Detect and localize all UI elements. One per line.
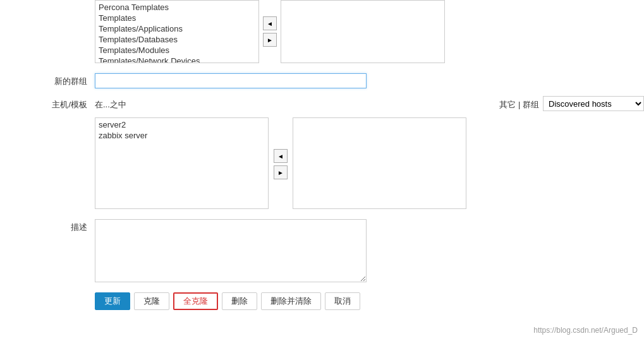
template-item-percona[interactable]: Percona Templates — [97, 2, 257, 13]
delete-and-clear-button[interactable]: 删除并清除 — [261, 292, 321, 310]
delete-button[interactable]: 删除 — [222, 292, 257, 310]
full-clone-button[interactable]: 全克隆 — [173, 292, 218, 310]
left-list-item-server2[interactable]: server2 — [97, 119, 267, 130]
new-group-label: 新的群组 — [0, 73, 95, 87]
buttons-row: 更新 克隆 全克隆 删除 删除并清除 取消 — [0, 286, 644, 316]
template-list-wrapper: Percona Templates Templates Templates/Ap… — [95, 0, 445, 63]
update-button[interactable]: 更新 — [95, 292, 130, 310]
description-label: 描述 — [0, 219, 95, 233]
template-item-modules[interactable]: Templates/Modules — [97, 45, 257, 56]
cancel-button[interactable]: 取消 — [325, 292, 360, 310]
template-list-left[interactable]: Percona Templates Templates Templates/Ap… — [95, 0, 259, 63]
page-container: Percona Templates Templates Templates/Ap… — [0, 0, 644, 341]
in-label: 在...之中 — [95, 97, 126, 111]
top-template-section: Percona Templates Templates Templates/Ap… — [0, 0, 644, 69]
watermark: https://blog.csdn.net/Argued_D — [533, 326, 638, 335]
left-list-item-zabbix[interactable]: zabbix server — [97, 130, 267, 141]
template-item-apps[interactable]: Templates/Applications — [97, 23, 257, 34]
new-group-row: 新的群组 — [0, 69, 644, 92]
dual-arrow-left-btn[interactable]: ◄ — [274, 149, 288, 163]
clone-button[interactable]: 克隆 — [134, 292, 169, 310]
dual-list-section: server2 zabbix server ◄ ► — [95, 115, 644, 215]
top-left-spacer — [0, 0, 95, 63]
host-template-label: 主机/模板 — [0, 97, 95, 111]
description-textarea[interactable] — [95, 219, 367, 282]
host-template-row: 主机/模板 在...之中 其它 | 群组 Discovered hosts Li… — [0, 92, 644, 115]
dual-list-left[interactable]: server2 zabbix server — [95, 117, 269, 209]
template-item-db[interactable]: Templates/Databases — [97, 34, 257, 45]
new-group-input[interactable] — [95, 73, 367, 88]
group-select[interactable]: Discovered hosts Linux servers Windows s… — [543, 96, 644, 111]
description-content — [95, 219, 644, 282]
other-group-label: 其它 | 群组 — [499, 97, 539, 111]
dual-arrow-right-btn[interactable]: ► — [274, 165, 288, 179]
description-row: 描述 — [0, 215, 644, 286]
template-item-templates[interactable]: Templates — [97, 13, 257, 23]
dual-list-right[interactable] — [293, 117, 466, 209]
template-list-right[interactable] — [281, 0, 445, 63]
host-template-content: 在...之中 其它 | 群组 Discovered hosts Linux se… — [95, 96, 644, 111]
template-item-network[interactable]: Templates/Network Devices — [97, 56, 257, 63]
top-arrow-right-btn[interactable]: ► — [263, 33, 277, 47]
top-arrow-buttons: ◄ ► — [263, 16, 277, 47]
new-group-content — [95, 73, 644, 88]
top-arrow-left-btn[interactable]: ◄ — [263, 16, 277, 30]
dual-list-arrows: ◄ ► — [274, 117, 288, 179]
